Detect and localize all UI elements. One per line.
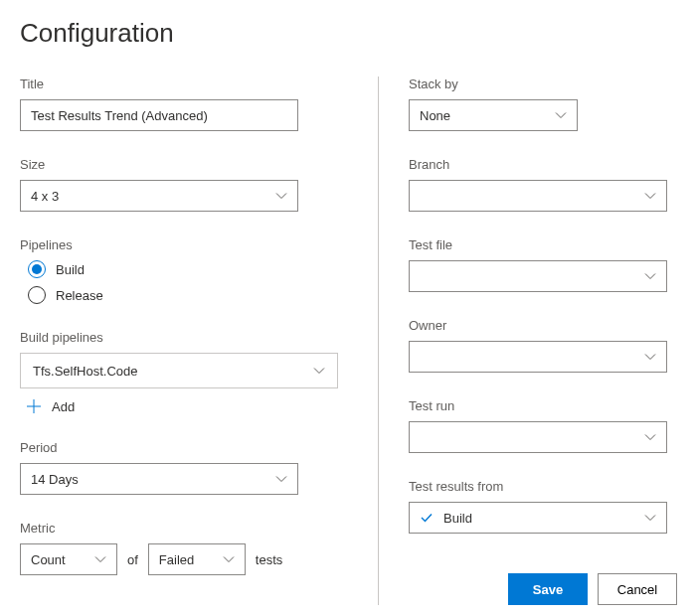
build-pipelines-select[interactable]: Tfs.SelfHost.Code [20, 353, 338, 388]
testrun-label: Test run [409, 398, 677, 413]
build-pipelines-value: Tfs.SelfHost.Code [33, 364, 313, 379]
owner-field: Owner [409, 318, 677, 373]
resultsfrom-select[interactable]: Build [409, 502, 667, 534]
chevron-down-icon [644, 190, 656, 202]
size-field: Size 4 x 3 [20, 157, 348, 212]
resultsfrom-value: Build [443, 511, 634, 526]
title-label: Title [20, 77, 348, 91]
resultsfrom-field: Test results from Build [409, 479, 677, 534]
pipelines-label: Pipelines [20, 237, 348, 252]
chevron-down-icon [644, 512, 656, 524]
build-pipelines-label: Build pipelines [20, 330, 348, 345]
branch-label: Branch [409, 157, 677, 172]
branch-field: Branch [409, 157, 677, 212]
radio-icon [28, 260, 46, 278]
period-field: Period 14 Days [20, 440, 348, 495]
page-title: Configuration [20, 18, 677, 49]
radio-icon [28, 286, 46, 304]
add-pipeline-button[interactable]: Add [20, 398, 348, 414]
build-pipelines-field: Build pipelines Tfs.SelfHost.Code Add [20, 330, 348, 414]
testrun-select[interactable] [409, 421, 667, 453]
period-select[interactable]: 14 Days [20, 463, 298, 495]
radio-build[interactable]: Build [28, 260, 348, 278]
owner-select[interactable] [409, 341, 667, 373]
metric-first-select[interactable]: Count [20, 543, 117, 575]
metric-second-select[interactable]: Failed [148, 543, 246, 575]
stackby-label: Stack by [409, 77, 677, 91]
chevron-down-icon [644, 431, 656, 443]
stackby-field: Stack by None [409, 77, 677, 131]
testrun-field: Test run [409, 398, 677, 453]
stackby-value: None [420, 108, 555, 123]
testfile-label: Test file [409, 237, 677, 252]
period-value: 14 Days [31, 472, 275, 487]
metric-of-text: of [127, 552, 138, 567]
cancel-button[interactable]: Cancel [598, 573, 677, 605]
size-label: Size [20, 157, 348, 172]
save-button[interactable]: Save [508, 573, 588, 605]
radio-release-label: Release [56, 288, 103, 303]
metric-field: Metric Count of Failed tests [20, 521, 348, 575]
size-value: 4 x 3 [31, 189, 275, 204]
metric-first-value: Count [31, 552, 94, 567]
resultsfrom-label: Test results from [409, 479, 677, 494]
radio-release[interactable]: Release [28, 286, 348, 304]
metric-label: Metric [20, 521, 348, 536]
chevron-down-icon [555, 109, 567, 121]
size-select[interactable]: 4 x 3 [20, 180, 298, 212]
check-icon [420, 511, 434, 525]
stackby-select[interactable]: None [409, 99, 578, 131]
add-label: Add [52, 399, 75, 414]
owner-label: Owner [409, 318, 677, 333]
metric-second-value: Failed [159, 552, 223, 567]
title-input[interactable] [20, 99, 298, 131]
period-label: Period [20, 440, 348, 455]
metric-tests-text: tests [256, 552, 282, 567]
title-field: Title [20, 77, 348, 131]
right-column: Stack by None Branch Test file [379, 77, 677, 605]
plus-icon [26, 398, 42, 414]
radio-build-label: Build [56, 262, 85, 277]
chevron-down-icon [275, 190, 287, 202]
pipelines-field: Pipelines Build Release [20, 237, 348, 304]
chevron-down-icon [94, 553, 106, 565]
chevron-down-icon [313, 365, 325, 377]
left-column: Title Size 4 x 3 Pipelines Build [20, 77, 378, 605]
testfile-field: Test file [409, 237, 677, 292]
chevron-down-icon [223, 553, 235, 565]
chevron-down-icon [275, 473, 287, 485]
button-row: Save Cancel [409, 534, 677, 605]
chevron-down-icon [644, 351, 656, 363]
branch-select[interactable] [409, 180, 667, 212]
testfile-select[interactable] [409, 260, 667, 292]
chevron-down-icon [644, 270, 656, 282]
